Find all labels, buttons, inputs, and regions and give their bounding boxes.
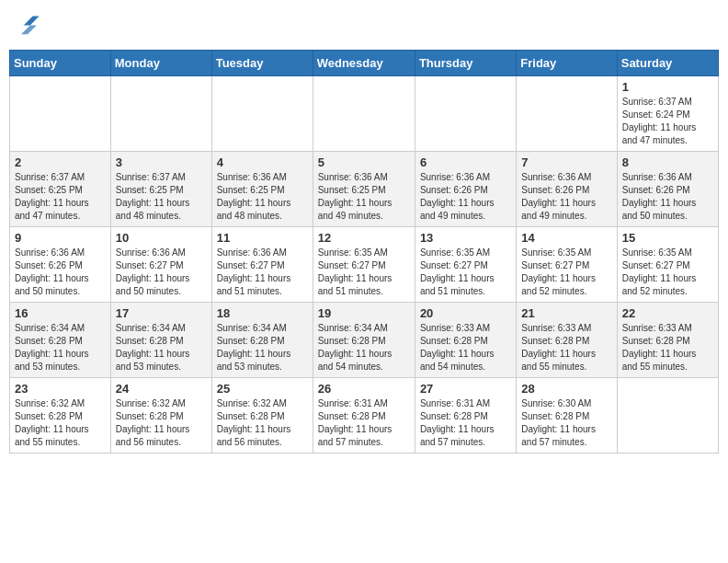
calendar-cell: 11Sunrise: 6:36 AM Sunset: 6:27 PM Dayli… <box>211 227 313 303</box>
day-info: Sunrise: 6:31 AM Sunset: 6:28 PM Dayligh… <box>420 397 511 449</box>
day-number: 24 <box>116 382 207 396</box>
calendar-cell: 10Sunrise: 6:36 AM Sunset: 6:27 PM Dayli… <box>110 227 211 303</box>
calendar-cell: 27Sunrise: 6:31 AM Sunset: 6:28 PM Dayli… <box>415 378 516 454</box>
day-info: Sunrise: 6:35 AM Sunset: 6:27 PM Dayligh… <box>622 247 713 298</box>
day-number: 5 <box>318 155 410 169</box>
day-number: 3 <box>116 155 207 169</box>
calendar-week-row: 23Sunrise: 6:32 AM Sunset: 6:28 PM Dayli… <box>10 378 719 454</box>
calendar-cell: 18Sunrise: 6:34 AM Sunset: 6:28 PM Dayli… <box>211 303 313 378</box>
day-number: 9 <box>15 231 106 245</box>
day-info: Sunrise: 6:30 AM Sunset: 6:28 PM Dayligh… <box>521 397 611 449</box>
calendar-week-row: 9Sunrise: 6:36 AM Sunset: 6:26 PM Daylig… <box>10 227 719 303</box>
calendar-cell: 12Sunrise: 6:35 AM Sunset: 6:27 PM Dayli… <box>313 227 415 303</box>
page-header <box>9 9 719 44</box>
day-info: Sunrise: 6:36 AM Sunset: 6:26 PM Dayligh… <box>622 171 713 223</box>
calendar-cell: 28Sunrise: 6:30 AM Sunset: 6:28 PM Dayli… <box>517 378 617 454</box>
day-info: Sunrise: 6:36 AM Sunset: 6:25 PM Dayligh… <box>217 171 308 223</box>
day-info: Sunrise: 6:33 AM Sunset: 6:28 PM Dayligh… <box>420 322 511 373</box>
calendar-cell: 8Sunrise: 6:36 AM Sunset: 6:26 PM Daylig… <box>617 152 718 227</box>
day-number: 17 <box>116 306 207 320</box>
col-header-wednesday: Wednesday <box>313 51 415 76</box>
calendar-cell: 17Sunrise: 6:34 AM Sunset: 6:28 PM Dayli… <box>110 303 211 378</box>
day-info: Sunrise: 6:36 AM Sunset: 6:27 PM Dayligh… <box>116 247 207 298</box>
calendar-cell: 26Sunrise: 6:31 AM Sunset: 6:28 PM Dayli… <box>313 378 415 454</box>
day-number: 26 <box>318 382 410 396</box>
day-info: Sunrise: 6:33 AM Sunset: 6:28 PM Dayligh… <box>622 322 713 373</box>
day-info: Sunrise: 6:32 AM Sunset: 6:28 PM Dayligh… <box>217 397 308 449</box>
calendar-cell: 22Sunrise: 6:33 AM Sunset: 6:28 PM Dayli… <box>617 303 718 378</box>
calendar-cell <box>517 76 617 152</box>
day-number: 23 <box>15 382 106 396</box>
day-info: Sunrise: 6:31 AM Sunset: 6:28 PM Dayligh… <box>318 397 410 449</box>
day-number: 18 <box>217 306 308 320</box>
calendar-cell <box>211 76 313 152</box>
calendar-cell <box>10 76 111 152</box>
calendar-cell: 15Sunrise: 6:35 AM Sunset: 6:27 PM Dayli… <box>617 227 718 303</box>
calendar-header-row: SundayMondayTuesdayWednesdayThursdayFrid… <box>10 51 719 76</box>
day-info: Sunrise: 6:34 AM Sunset: 6:28 PM Dayligh… <box>15 322 106 373</box>
logo <box>15 13 42 40</box>
calendar-cell <box>617 378 718 454</box>
day-number: 8 <box>622 155 713 169</box>
calendar-cell <box>110 76 211 152</box>
svg-marker-1 <box>21 25 37 34</box>
day-number: 4 <box>217 155 308 169</box>
day-info: Sunrise: 6:34 AM Sunset: 6:28 PM Dayligh… <box>217 322 308 373</box>
calendar-cell: 4Sunrise: 6:36 AM Sunset: 6:25 PM Daylig… <box>211 152 313 227</box>
calendar-week-row: 16Sunrise: 6:34 AM Sunset: 6:28 PM Dayli… <box>10 303 719 378</box>
day-number: 13 <box>420 231 511 245</box>
calendar-cell: 21Sunrise: 6:33 AM Sunset: 6:28 PM Dayli… <box>517 303 617 378</box>
day-info: Sunrise: 6:37 AM Sunset: 6:24 PM Dayligh… <box>622 96 713 147</box>
day-number: 15 <box>622 231 713 245</box>
calendar-cell: 20Sunrise: 6:33 AM Sunset: 6:28 PM Dayli… <box>415 303 516 378</box>
day-info: Sunrise: 6:35 AM Sunset: 6:27 PM Dayligh… <box>420 247 511 298</box>
calendar-cell: 23Sunrise: 6:32 AM Sunset: 6:28 PM Dayli… <box>10 378 111 454</box>
day-info: Sunrise: 6:33 AM Sunset: 6:28 PM Dayligh… <box>521 322 611 373</box>
calendar-cell: 5Sunrise: 6:36 AM Sunset: 6:25 PM Daylig… <box>313 152 415 227</box>
col-header-monday: Monday <box>110 51 211 76</box>
calendar-cell: 1Sunrise: 6:37 AM Sunset: 6:24 PM Daylig… <box>617 76 718 152</box>
day-info: Sunrise: 6:35 AM Sunset: 6:27 PM Dayligh… <box>318 247 410 298</box>
calendar-week-row: 1Sunrise: 6:37 AM Sunset: 6:24 PM Daylig… <box>10 76 719 152</box>
day-number: 7 <box>521 155 611 169</box>
calendar-cell: 2Sunrise: 6:37 AM Sunset: 6:25 PM Daylig… <box>10 152 111 227</box>
day-number: 21 <box>521 306 611 320</box>
day-info: Sunrise: 6:37 AM Sunset: 6:25 PM Dayligh… <box>116 171 207 223</box>
calendar-cell: 25Sunrise: 6:32 AM Sunset: 6:28 PM Dayli… <box>211 378 313 454</box>
calendar-week-row: 2Sunrise: 6:37 AM Sunset: 6:25 PM Daylig… <box>10 152 719 227</box>
day-info: Sunrise: 6:36 AM Sunset: 6:26 PM Dayligh… <box>15 247 106 298</box>
day-number: 6 <box>420 155 511 169</box>
day-info: Sunrise: 6:36 AM Sunset: 6:27 PM Dayligh… <box>217 247 308 298</box>
calendar-cell: 19Sunrise: 6:34 AM Sunset: 6:28 PM Dayli… <box>313 303 415 378</box>
col-header-tuesday: Tuesday <box>211 51 313 76</box>
logo-icon <box>15 11 40 37</box>
day-number: 25 <box>217 382 308 396</box>
col-header-thursday: Thursday <box>415 51 516 76</box>
day-number: 1 <box>622 80 713 94</box>
calendar-cell: 7Sunrise: 6:36 AM Sunset: 6:26 PM Daylig… <box>517 152 617 227</box>
calendar-cell: 3Sunrise: 6:37 AM Sunset: 6:25 PM Daylig… <box>110 152 211 227</box>
day-number: 11 <box>217 231 308 245</box>
svg-marker-0 <box>24 17 40 26</box>
col-header-sunday: Sunday <box>10 51 111 76</box>
day-number: 22 <box>622 306 713 320</box>
day-info: Sunrise: 6:36 AM Sunset: 6:25 PM Dayligh… <box>318 171 410 223</box>
calendar-cell: 9Sunrise: 6:36 AM Sunset: 6:26 PM Daylig… <box>10 227 111 303</box>
calendar-cell <box>313 76 415 152</box>
day-number: 14 <box>521 231 611 245</box>
day-info: Sunrise: 6:35 AM Sunset: 6:27 PM Dayligh… <box>521 247 611 298</box>
calendar-cell: 14Sunrise: 6:35 AM Sunset: 6:27 PM Dayli… <box>517 227 617 303</box>
day-number: 27 <box>420 382 511 396</box>
day-info: Sunrise: 6:36 AM Sunset: 6:26 PM Dayligh… <box>521 171 611 223</box>
col-header-friday: Friday <box>517 51 617 76</box>
day-number: 20 <box>420 306 511 320</box>
day-info: Sunrise: 6:36 AM Sunset: 6:26 PM Dayligh… <box>420 171 511 223</box>
day-info: Sunrise: 6:34 AM Sunset: 6:28 PM Dayligh… <box>318 322 410 373</box>
day-info: Sunrise: 6:37 AM Sunset: 6:25 PM Dayligh… <box>15 171 106 223</box>
day-number: 16 <box>15 306 106 320</box>
calendar-cell <box>415 76 516 152</box>
day-info: Sunrise: 6:32 AM Sunset: 6:28 PM Dayligh… <box>15 397 106 449</box>
day-number: 2 <box>15 155 106 169</box>
col-header-saturday: Saturday <box>617 51 718 76</box>
calendar-cell: 16Sunrise: 6:34 AM Sunset: 6:28 PM Dayli… <box>10 303 111 378</box>
